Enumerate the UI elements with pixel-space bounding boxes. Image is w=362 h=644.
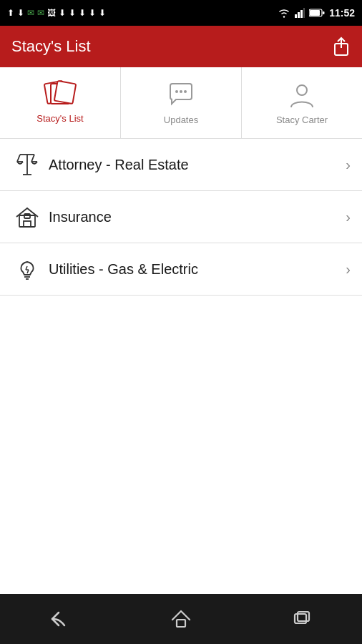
tab-updates[interactable]: Updates [121, 67, 242, 138]
svg-rect-30 [177, 620, 185, 627]
tab-updates-label: Updates [164, 114, 198, 125]
battery-icon [309, 9, 325, 17]
dl-icon-4: ⬇ [89, 8, 96, 18]
svg-point-0 [283, 16, 285, 17]
status-icons: ⬆ ⬇ ✉ ✉ 🖼 ⬇ ⬇ ⬇ ⬇ ⬇ [7, 8, 106, 18]
tab-stacys-list-label: Stacy's List [36, 113, 83, 124]
list-item-attorney[interactable]: Attorney - Real Estate › [0, 139, 362, 191]
notification-icon: ⬆ [7, 8, 14, 18]
tab-stacy-carter-label: Stacy Carter [276, 114, 328, 125]
tab-stacy-carter[interactable]: Stacy Carter [242, 67, 362, 138]
image-icon: 🖼 [47, 8, 56, 18]
share-button[interactable] [332, 36, 351, 57]
chevron-utilities: › [346, 261, 351, 278]
svg-line-18 [31, 155, 34, 162]
cards-icon [45, 82, 75, 109]
list-item-attorney-label: Attorney - Real Estate [43, 155, 346, 174]
list-item-utilities[interactable]: Utilities - Gas & Electric › [0, 243, 362, 296]
email-icon-1: ✉ [27, 8, 34, 18]
top-bar: Stacy's List [0, 26, 362, 67]
person-icon [287, 80, 317, 110]
email-icon-2: ✉ [37, 8, 44, 18]
svg-rect-6 [310, 10, 320, 16]
list-item-utilities-label: Utilities - Gas & Electric [43, 260, 346, 278]
svg-rect-2 [298, 12, 300, 18]
svg-rect-4 [303, 8, 305, 18]
svg-point-12 [184, 90, 187, 93]
dl-icon-3: ⬇ [79, 8, 86, 18]
home-button[interactable] [163, 605, 199, 633]
chevron-insurance: › [346, 209, 351, 225]
house-icon [11, 204, 43, 230]
scales-icon [11, 152, 43, 177]
svg-rect-7 [323, 11, 325, 14]
svg-point-13 [297, 85, 307, 95]
bottom-nav [0, 594, 362, 644]
dl-icon-5: ⬇ [99, 8, 106, 18]
status-right: 11:52 [278, 7, 355, 19]
wifi-icon [278, 8, 290, 18]
svg-point-10 [175, 90, 178, 93]
svg-rect-22 [24, 221, 31, 227]
chevron-attorney: › [346, 157, 351, 173]
svg-rect-3 [300, 10, 303, 18]
svg-rect-23 [24, 214, 30, 218]
lightbulb-icon [11, 256, 43, 282]
download-icon: ⬇ [17, 8, 24, 18]
status-bar: ⬆ ⬇ ✉ ✉ 🖼 ⬇ ⬇ ⬇ ⬇ ⬇ [0, 0, 362, 26]
list-item-insurance[interactable]: Insurance › [0, 191, 362, 243]
list-container: Attorney - Real Estate › Insurance › [0, 139, 362, 594]
tab-stacys-list[interactable]: Stacy's List [0, 67, 121, 138]
status-time: 11:52 [329, 7, 355, 19]
svg-point-11 [180, 90, 182, 93]
back-button[interactable] [42, 605, 78, 633]
dl-icon-1: ⬇ [59, 8, 66, 18]
chat-icon [166, 80, 196, 110]
list-item-insurance-label: Insurance [43, 208, 346, 226]
svg-line-16 [17, 155, 20, 162]
dl-icon-2: ⬇ [69, 8, 76, 18]
app-title: Stacy's List [11, 37, 91, 56]
recent-button[interactable] [284, 605, 320, 633]
tab-bar: Stacy's List Updates Stacy Carter [0, 67, 362, 139]
svg-rect-1 [295, 14, 297, 18]
signal-icon [295, 8, 305, 18]
